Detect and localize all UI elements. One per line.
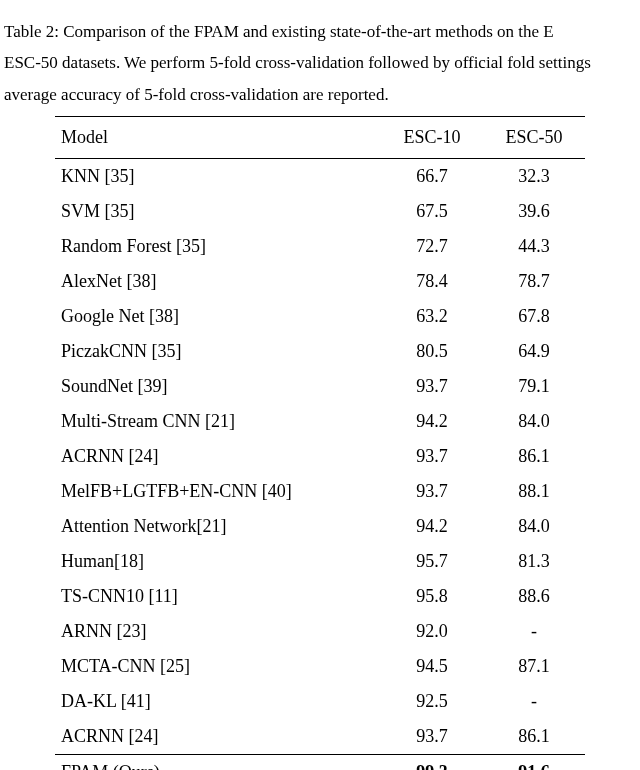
table-row: AlexNet [38] 78.4 78.7 — [55, 264, 585, 299]
page: Table 2: Comparison of the FPAM and exis… — [0, 0, 640, 770]
cell-esc50: 78.7 — [483, 264, 585, 299]
cell-esc50: 32.3 — [483, 159, 585, 195]
cell-esc50: 39.6 — [483, 194, 585, 229]
table-row: Human[18] 95.7 81.3 — [55, 544, 585, 579]
cell-model: Attention Network[21] — [55, 509, 381, 544]
cell-esc50: 86.1 — [483, 439, 585, 474]
cell-model: SoundNet [39] — [55, 369, 381, 404]
table-row: Random Forest [35] 72.7 44.3 — [55, 229, 585, 264]
table-row: MelFB+LGTFB+EN-CNN [40] 93.7 88.1 — [55, 474, 585, 509]
cell-esc10: 67.5 — [381, 194, 483, 229]
cell-esc50: 84.0 — [483, 404, 585, 439]
cell-esc50: 88.6 — [483, 579, 585, 614]
table-row: SoundNet [39] 93.7 79.1 — [55, 369, 585, 404]
cell-esc10: 94.2 — [381, 404, 483, 439]
cell-esc50: 64.9 — [483, 334, 585, 369]
table-row: ARNN [23] 92.0 - — [55, 614, 585, 649]
table-caption: Table 2: Comparison of the FPAM and exis… — [0, 16, 640, 110]
cell-esc10: 93.7 — [381, 719, 483, 755]
cell-esc10: 78.4 — [381, 264, 483, 299]
cell-esc10: 95.8 — [381, 579, 483, 614]
cell-esc10: 72.7 — [381, 229, 483, 264]
table-row: KNN [35] 66.7 32.3 — [55, 159, 585, 195]
cell-model: TS-CNN10 [11] — [55, 579, 381, 614]
table-row: PiczakCNN [35] 80.5 64.9 — [55, 334, 585, 369]
cell-esc10: 94.5 — [381, 649, 483, 684]
cell-esc10: 92.0 — [381, 614, 483, 649]
cell-model: Multi-Stream CNN [21] — [55, 404, 381, 439]
table-row: SVM [35] 67.5 39.6 — [55, 194, 585, 229]
cell-model: ACRNN [24] — [55, 719, 381, 755]
cell-model: FPAM (Ours) — [55, 755, 381, 770]
cell-esc50: 67.8 — [483, 299, 585, 334]
cell-model: ACRNN [24] — [55, 439, 381, 474]
cell-model: ARNN [23] — [55, 614, 381, 649]
table-wrap: Model ESC-10 ESC-50 KNN [35] 66.7 32.3 S… — [55, 116, 585, 770]
cell-model: Random Forest [35] — [55, 229, 381, 264]
table-row: ACRNN [24] 93.7 86.1 — [55, 719, 585, 755]
caption-line-3: average accuracy of 5-fold cross-validat… — [4, 85, 389, 104]
cell-esc50: 91.6 — [483, 755, 585, 770]
cell-esc10: 80.5 — [381, 334, 483, 369]
cell-esc10: 93.7 — [381, 439, 483, 474]
col-esc10: ESC-10 — [381, 117, 483, 159]
caption-line-2: ESC-50 datasets. We perform 5-fold cross… — [4, 53, 591, 72]
table-row: Attention Network[21] 94.2 84.0 — [55, 509, 585, 544]
cell-model: SVM [35] — [55, 194, 381, 229]
cell-esc50: 81.3 — [483, 544, 585, 579]
col-model: Model — [55, 117, 381, 159]
table-row-ours: FPAM (Ours) 99.3 91.6 — [55, 755, 585, 770]
cell-esc10: 99.3 — [381, 755, 483, 770]
table-row: Google Net [38] 63.2 67.8 — [55, 299, 585, 334]
cell-model: MelFB+LGTFB+EN-CNN [40] — [55, 474, 381, 509]
table-row: MCTA-CNN [25] 94.5 87.1 — [55, 649, 585, 684]
table-row: ACRNN [24] 93.7 86.1 — [55, 439, 585, 474]
table-row: DA-KL [41] 92.5 - — [55, 684, 585, 719]
table-row: Multi-Stream CNN [21] 94.2 84.0 — [55, 404, 585, 439]
table-header-row: Model ESC-10 ESC-50 — [55, 117, 585, 159]
cell-esc50: 88.1 — [483, 474, 585, 509]
caption-line-1: Table 2: Comparison of the FPAM and exis… — [4, 22, 554, 41]
cell-model: DA-KL [41] — [55, 684, 381, 719]
cell-esc10: 93.7 — [381, 369, 483, 404]
cell-model: AlexNet [38] — [55, 264, 381, 299]
cell-esc10: 93.7 — [381, 474, 483, 509]
cell-esc50: 84.0 — [483, 509, 585, 544]
cell-esc50: 87.1 — [483, 649, 585, 684]
cell-model: MCTA-CNN [25] — [55, 649, 381, 684]
cell-esc10: 63.2 — [381, 299, 483, 334]
cell-esc50: 86.1 — [483, 719, 585, 755]
cell-esc50: 44.3 — [483, 229, 585, 264]
cell-esc10: 66.7 — [381, 159, 483, 195]
cell-esc10: 95.7 — [381, 544, 483, 579]
cell-esc50: - — [483, 614, 585, 649]
cell-model: KNN [35] — [55, 159, 381, 195]
cell-model: Human[18] — [55, 544, 381, 579]
cell-model: Google Net [38] — [55, 299, 381, 334]
results-table: Model ESC-10 ESC-50 KNN [35] 66.7 32.3 S… — [55, 116, 585, 770]
cell-model: PiczakCNN [35] — [55, 334, 381, 369]
table-row: TS-CNN10 [11] 95.8 88.6 — [55, 579, 585, 614]
cell-esc50: 79.1 — [483, 369, 585, 404]
cell-esc10: 94.2 — [381, 509, 483, 544]
cell-esc10: 92.5 — [381, 684, 483, 719]
col-esc50: ESC-50 — [483, 117, 585, 159]
cell-esc50: - — [483, 684, 585, 719]
